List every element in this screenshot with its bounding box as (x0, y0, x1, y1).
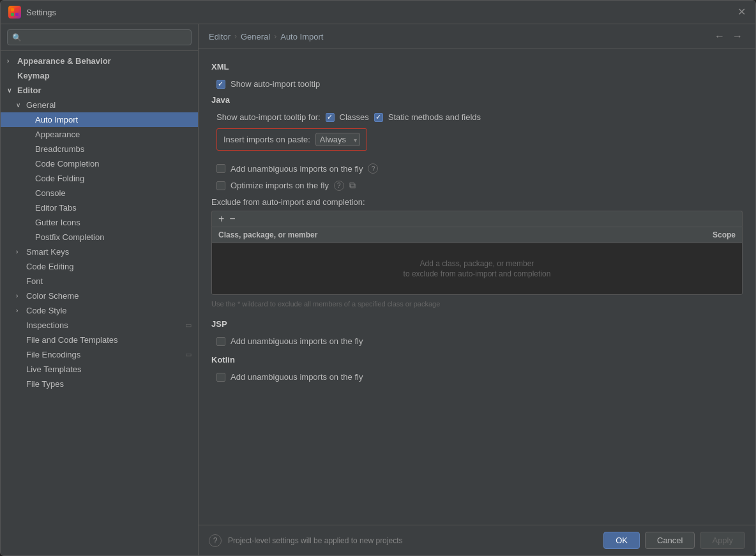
sidebar-item-font[interactable]: Font (1, 274, 198, 289)
sidebar-item-label: Gutter Icons (35, 218, 80, 227)
java-add-unambiguous-label[interactable]: Add unambiguous imports on the fly (231, 164, 363, 174)
sidebar-item-label: Code Style (26, 306, 67, 315)
help-button[interactable]: ? (209, 534, 222, 547)
svg-rect-1 (15, 8, 19, 11)
ok-button[interactable]: OK (603, 532, 640, 549)
sidebar-item-label: File Types (26, 379, 64, 389)
back-button[interactable]: ← (712, 31, 727, 42)
sidebar-item-editor-tabs[interactable]: Editor Tabs (1, 200, 198, 215)
chevron-icon: › (16, 307, 24, 314)
sidebar-item-file-encodings[interactable]: File Encodings ▭ (1, 347, 198, 362)
optimize-copy-icon[interactable]: ⧉ (349, 180, 356, 191)
svg-rect-0 (11, 8, 14, 11)
cancel-button[interactable]: Cancel (645, 532, 695, 549)
sidebar-item-label: Code Folding (35, 174, 84, 183)
java-tooltip-for-label: Show auto-import tooltip for: (216, 112, 321, 122)
jsp-add-unambiguous-checkbox[interactable] (216, 337, 225, 346)
breadcrumb-editor: Editor (209, 32, 231, 41)
sidebar-item-postfix-completion[interactable]: Postfix Completion (1, 230, 198, 244)
exclude-col-class: Class, package, or member (218, 230, 684, 239)
search-box: 🔍 (1, 24, 198, 51)
sidebar-item-live-templates[interactable]: Live Templates (1, 362, 198, 377)
sidebar-item-breadcrumbs[interactable]: Breadcrumbs (1, 142, 198, 156)
insert-imports-row: Insert imports on paste: Always Ask Neve… (216, 128, 367, 151)
action-buttons: OK Cancel Apply (603, 532, 745, 549)
sidebar-item-label: Live Templates (26, 364, 81, 374)
jsp-section-title: JSP (211, 319, 743, 329)
xml-show-tooltip-checkbox[interactable] (216, 80, 225, 89)
title-bar-left: Settings (8, 6, 56, 19)
kotlin-add-unambiguous-label[interactable]: Add unambiguous imports on the fly (231, 372, 363, 382)
title-bar: Settings ✕ (1, 1, 755, 24)
close-button[interactable]: ✕ (737, 7, 748, 17)
sidebar-item-label: File and Code Templates (26, 335, 118, 345)
xml-section-title: XML (211, 62, 743, 71)
sidebar-item-gutter-icons[interactable]: Gutter Icons (1, 215, 198, 230)
sidebar-item-label: Color Scheme (26, 291, 79, 301)
sidebar-item-label: Code Editing (26, 262, 73, 271)
java-add-unambiguous-checkbox[interactable] (216, 164, 225, 173)
sidebar-item-general[interactable]: ∨ General (1, 98, 198, 112)
sidebar-item-label: File Encodings (26, 350, 80, 359)
optimize-help-icon[interactable]: ? (334, 181, 344, 191)
search-wrapper: 🔍 (7, 29, 192, 45)
java-static-checkbox[interactable] (374, 113, 383, 122)
exclude-toolbar: + − (211, 211, 743, 227)
apply-button[interactable]: Apply (700, 532, 745, 549)
java-classes-label[interactable]: Classes (340, 112, 369, 122)
settings-dialog: Settings ✕ 🔍 › Appearance & Behavior (0, 0, 756, 556)
sidebar-item-appearance[interactable]: Appearance (1, 127, 198, 142)
sidebar-item-label: Breadcrumbs (35, 144, 84, 154)
add-exclude-button[interactable]: + (217, 214, 225, 224)
kotlin-add-unambiguous-row: Add unambiguous imports on the fly (211, 372, 743, 382)
status-text: Project-level settings will be applied t… (228, 536, 603, 545)
sidebar-item-code-completion[interactable]: Code Completion (1, 156, 198, 171)
sidebar-item-appearance-behavior[interactable]: › Appearance & Behavior (1, 54, 198, 68)
insert-imports-select[interactable]: Always Ask Never (315, 133, 360, 146)
exclude-label: Exclude from auto-import and completion: (211, 197, 365, 207)
sidebar-item-code-folding[interactable]: Code Folding (1, 171, 198, 186)
app-icon (8, 6, 21, 19)
svg-rect-2 (11, 13, 14, 16)
exclude-label-row: Exclude from auto-import and completion: (211, 197, 743, 207)
search-icon: 🔍 (12, 33, 22, 42)
remove-exclude-button[interactable]: − (228, 214, 236, 224)
jsp-add-unambiguous-label[interactable]: Add unambiguous imports on the fly (231, 336, 363, 346)
sidebar-item-editor[interactable]: ∨ Editor (1, 83, 198, 98)
search-input[interactable] (7, 29, 192, 45)
kotlin-add-unambiguous-checkbox[interactable] (216, 373, 225, 382)
sidebar-item-label: Editor Tabs (35, 203, 77, 213)
sidebar-item-smart-keys[interactable]: › Smart Keys (1, 244, 198, 259)
sidebar-item-keymap[interactable]: Keymap (1, 68, 198, 83)
java-classes-checkbox[interactable] (326, 113, 335, 122)
java-static-label[interactable]: Static methods and fields (388, 112, 481, 122)
sidebar-item-code-editing[interactable]: Code Editing (1, 259, 198, 274)
sidebar-item-label: Editor (17, 86, 42, 95)
java-optimize-checkbox[interactable] (216, 181, 225, 190)
insert-imports-label: Insert imports on paste: (223, 135, 310, 144)
sidebar-item-file-code-templates[interactable]: File and Code Templates (1, 333, 198, 347)
breadcrumb-bar: Editor › General › Auto Import ← → (199, 24, 755, 49)
sidebar-item-auto-import[interactable]: Auto Import (1, 112, 198, 127)
xml-show-tooltip-label[interactable]: Show auto-import tooltip (231, 79, 320, 89)
exclude-table-container: + − Class, package, or member Scope Add … (211, 211, 743, 295)
sidebar-item-color-scheme[interactable]: › Color Scheme (1, 289, 198, 303)
chevron-icon: › (7, 57, 15, 64)
jsp-add-unambiguous-row: Add unambiguous imports on the fly (211, 336, 743, 346)
sidebar-item-label: Console (35, 188, 66, 198)
add-unambiguous-help-icon[interactable]: ? (368, 163, 378, 174)
java-add-unambiguous-row: Add unambiguous imports on the fly ? (211, 163, 743, 174)
main-panel: Editor › General › Auto Import ← → XML S… (199, 24, 755, 555)
sidebar-item-code-style[interactable]: › Code Style (1, 303, 198, 318)
sidebar-item-file-types[interactable]: File Types (1, 377, 198, 391)
exclude-hint-text: Use the * wildcard to exclude all member… (211, 300, 743, 308)
sidebar-item-console[interactable]: Console (1, 186, 198, 200)
breadcrumb-sep-1: › (234, 32, 237, 41)
forward-button[interactable]: → (730, 31, 745, 42)
sidebar-item-label: General (26, 100, 56, 110)
java-optimize-label[interactable]: Optimize imports on the fly (231, 181, 329, 190)
dialog-title: Settings (26, 8, 56, 17)
sidebar-item-inspections[interactable]: Inspections ▭ (1, 318, 198, 333)
bottom-bar: ? Project-level settings will be applied… (199, 525, 755, 555)
inspections-icon: ▭ (185, 321, 192, 329)
